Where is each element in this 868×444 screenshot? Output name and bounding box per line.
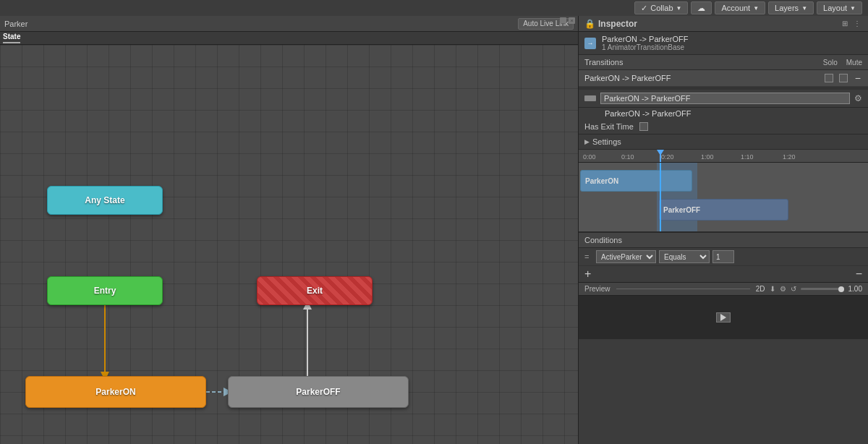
detail-transition-name: ParkerON -> ParkerOFF [579, 108, 868, 119]
solo-checkbox[interactable] [825, 74, 833, 82]
object-info: ParkerON -> ParkerOFF 1 AnimatorTransiti… [602, 35, 689, 51]
parkerOFF-node[interactable]: ParkerOFF [228, 376, 409, 408]
inspector-list-icon[interactable]: ⊞ [841, 18, 849, 29]
condition-operator-select[interactable]: Equals [659, 250, 710, 263]
collab-check-icon: ✓ [641, 4, 647, 13]
condition-param-select[interactable]: ActiveParker [596, 250, 656, 263]
cloud-button[interactable]: ☁ [691, 1, 712, 14]
preview-slider[interactable] [801, 288, 844, 290]
animator-tabs: State [0, 32, 578, 45]
layout-label: Layout [823, 4, 847, 12]
condition-value-input[interactable] [712, 250, 734, 263]
preview-divider [616, 289, 750, 289]
transition-name: ParkerON -> ParkerOFF [602, 35, 689, 43]
inspector-menu-icon[interactable]: ⋮ [852, 18, 862, 29]
inspector-toolbar: ⊞ ⋮ [841, 18, 862, 29]
solo-label: Solo [823, 59, 838, 67]
play-button[interactable] [716, 312, 731, 323]
layout-arrow-icon: ▼ [850, 5, 856, 12]
animator-header: Parker Auto Live Link [0, 16, 578, 32]
parkerON-track-label: ParkerON [585, 177, 618, 185]
transition-row-name: ParkerON -> ParkerOFF [584, 74, 819, 82]
inspector-body: Transitions Solo Mute ParkerON -> Parker… [579, 55, 868, 444]
transitions-header: Transitions Solo Mute [579, 55, 868, 70]
layout-button[interactable]: Layout ▼ [817, 1, 862, 14]
timeline-ruler[interactable]: 0:00 0:10 0:20 1:00 1:10 1:20 [579, 150, 868, 163]
has-exit-checkbox[interactable] [639, 122, 648, 131]
conditions-label: Conditions [584, 236, 622, 244]
animator-panel: _ × Parker Auto Live Link State [0, 16, 579, 444]
playhead [660, 163, 661, 231]
add-condition-button[interactable]: + [584, 268, 591, 280]
transitions-label: Transitions [584, 58, 623, 67]
remove-condition-button[interactable]: − [856, 268, 862, 280]
remove-transition-button[interactable]: − [854, 72, 862, 84]
inspector-title: 🔒 Inspector [584, 19, 637, 29]
settings-gear-icon[interactable]: ⚙ [854, 93, 862, 103]
preview-download-icon[interactable]: ⬇ [770, 285, 775, 293]
any-state-node[interactable]: Any State [47, 186, 163, 215]
has-exit-label: Has Exit Time [584, 122, 634, 131]
inspector-object: → ParkerON -> ParkerOFF 1 AnimatorTransi… [579, 32, 868, 55]
top-bar: ✓ Collab ▼ ☁ Account ▼ Layers ▼ Layout ▼ [0, 0, 868, 16]
parkerON-label: ParkerON [95, 387, 135, 397]
preview-header: Preview 2D ⬇ ⚙ ↺ 1.00 [579, 283, 868, 296]
playhead-triangle [657, 150, 664, 155]
state-tab[interactable]: State [3, 33, 20, 43]
preview-controls: 2D ⬇ ⚙ ↺ 1.00 [756, 285, 862, 293]
parkerON-node[interactable]: ParkerON [25, 376, 206, 408]
inspector-title-text: Inspector [598, 19, 637, 29]
inspector-lock-icon: 🔒 [584, 19, 595, 29]
ruler-label-3: 1:00 [701, 153, 714, 161]
settings-header[interactable]: ▶ Settings [579, 135, 868, 150]
inspector-header: 🔒 Inspector ⊞ ⋮ [579, 16, 868, 32]
preview-label: Preview [584, 285, 610, 293]
animator-tab-label: Parker [4, 20, 27, 28]
transition-row[interactable]: ParkerON -> ParkerOFF − [579, 70, 868, 87]
ruler-ticks: 0:00 0:10 0:20 1:00 1:10 1:20 [582, 150, 865, 162]
account-button[interactable]: Account ▼ [715, 1, 765, 14]
preview-slider-thumb [838, 286, 844, 292]
window-controls: _ × [560, 17, 575, 24]
layers-button[interactable]: Layers ▼ [768, 1, 814, 14]
preview-canvas [579, 296, 868, 339]
ruler-label-1: 0:10 [621, 153, 634, 161]
detail-transition-icon [584, 95, 596, 101]
object-type: 1 AnimatorTransitionBase [602, 43, 689, 51]
preview-loop-icon[interactable]: ↺ [791, 285, 796, 293]
transition-icon: → [587, 40, 594, 47]
cond-equals-icon: = [584, 252, 593, 261]
conditions-row: = ActiveParker Equals [579, 248, 868, 265]
ruler-label-0: 0:00 [583, 153, 596, 161]
parkerOFF-track[interactable]: ParkerOFF [658, 199, 788, 221]
timeline-tracks[interactable]: ParkerON ParkerOFF [579, 163, 868, 231]
main-content: _ × Parker Auto Live Link State [0, 16, 868, 444]
playhead-ruler [660, 150, 661, 162]
mute-label: Mute [846, 59, 862, 67]
detail-transition-text: ParkerON -> ParkerOFF [605, 109, 692, 118]
inspector-panel: 🔒 Inspector ⊞ ⋮ → ParkerON -> ParkerOFF … [579, 16, 868, 444]
ruler-label-4: 1:10 [741, 153, 754, 161]
has-exit-row: Has Exit Time [579, 119, 868, 135]
layers-arrow-icon: ▼ [801, 5, 807, 12]
parkerON-track[interactable]: ParkerON [580, 170, 692, 192]
close-button[interactable]: × [569, 17, 575, 24]
exit-label: Exit [307, 286, 323, 296]
conditions-header: Conditions [579, 233, 868, 248]
entry-node[interactable]: Entry [47, 276, 163, 305]
transition-detail: ⚙ [579, 90, 868, 108]
play-icon [720, 314, 726, 321]
minimize-button[interactable]: _ [560, 17, 566, 24]
preview-settings-icon[interactable]: ⚙ [780, 285, 786, 293]
mute-checkbox[interactable] [839, 74, 848, 82]
animator-canvas[interactable]: Any State Entry Exit ParkerON ParkerOFF [0, 45, 578, 444]
preview-2d-label: 2D [756, 285, 765, 293]
cloud-icon: ☁ [697, 4, 705, 13]
transition-name-field[interactable] [600, 93, 850, 104]
exit-node[interactable]: Exit [257, 276, 373, 305]
collab-button[interactable]: ✓ Collab ▼ [634, 1, 688, 14]
parkerOFF-track-label: ParkerOFF [663, 206, 700, 214]
account-arrow-icon: ▼ [753, 5, 759, 12]
timeline-area: 0:00 0:10 0:20 1:00 1:10 1:20 [579, 150, 868, 232]
layers-label: Layers [775, 4, 799, 12]
